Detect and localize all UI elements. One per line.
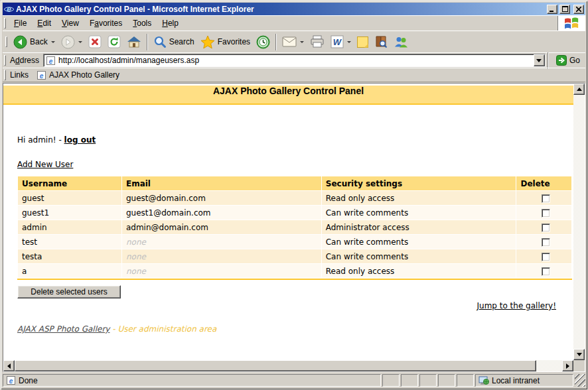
column-header-delete: Delete [516,176,571,190]
search-button[interactable]: Search [151,32,197,52]
resize-grip[interactable] [575,374,585,387]
cell-email: guest1@domain.com [122,206,321,220]
stop-icon [88,35,102,48]
menu-label-part: vorites [99,19,122,28]
search-label: Search [169,37,194,46]
linksbar-grip[interactable] [4,70,6,80]
cell-username: testa [18,249,121,263]
arrow-up-icon [577,88,582,91]
links-item-ajax-photo-gallery[interactable]: e AJAX Photo Gallery [34,70,122,80]
cell-delete [516,264,571,278]
menu-file[interactable]: File [9,17,32,30]
vertical-scroll-track[interactable] [573,95,585,349]
toolbar: Back Search Favorites [3,31,585,52]
favorites-label: Favorites [218,37,250,46]
delete-checkbox[interactable] [542,224,550,232]
title-bar: e AJAX Photo Gallery Control Panel - Mic… [3,3,585,15]
minimize-button[interactable] [547,5,557,14]
logout-link[interactable]: log out [64,135,96,145]
addressbar-grip[interactable] [4,55,6,66]
research-button[interactable] [372,32,390,52]
cell-delete [516,206,571,220]
research-icon [374,35,388,48]
arrow-right-icon [566,363,569,369]
menu-help[interactable]: Help [157,17,184,30]
menu-label-part: ile [19,19,27,28]
address-dropdown-button[interactable] [534,54,545,66]
forward-dropdown-caret[interactable] [78,41,82,43]
delete-checkbox[interactable] [542,209,550,218]
mail-button[interactable] [279,32,307,52]
edit-word-icon: W [331,35,344,48]
status-message-panel: e Done [3,374,381,387]
arrow-down-icon [577,353,582,356]
footer-gallery-link[interactable]: AJAX ASP Photo Gallery [17,324,110,334]
cell-email: none [122,264,321,278]
favorites-button[interactable]: Favorites [198,32,253,52]
horizontal-scroll-thumb[interactable] [15,360,536,371]
chevron-down-icon [536,59,542,62]
go-button[interactable]: Go [551,55,584,66]
forward-button[interactable] [58,32,85,52]
scroll-down-button[interactable] [573,349,585,360]
menu-label-part: ools [137,19,151,28]
menu-favorites[interactable]: Favorites [84,17,127,30]
svg-text:e: e [9,377,13,385]
discuss-button[interactable] [354,32,371,52]
scroll-up-button[interactable] [573,84,585,95]
close-button[interactable] [573,5,584,14]
cell-username: admin [18,220,121,234]
home-button[interactable] [124,32,144,52]
menu-label-part: elp [168,19,179,28]
users-table-head-row: UsernameEmailSecurity settingsDelete [18,176,571,190]
edit-button[interactable]: W [328,32,354,52]
print-button[interactable] [307,32,327,52]
ie-logo-icon: e [4,4,14,14]
greeting-label: Hi admin! - [17,135,62,145]
menu-label-part: dit [42,19,51,28]
address-separator [548,52,549,69]
back-button[interactable]: Back [11,32,58,52]
horizontal-scrollbar [3,360,573,371]
go-icon [556,55,567,66]
status-panel [419,374,437,387]
table-row: anoneRead only access [18,264,571,278]
browser-window: e AJAX Photo Gallery Control Panel - Mic… [0,0,588,390]
history-icon [256,35,270,49]
delete-checkbox[interactable] [542,194,550,203]
cell-email: none [122,235,321,249]
messenger-button[interactable] [391,32,411,52]
cell-email: guest@domain.com [122,191,321,205]
menu-edit[interactable]: Edit [32,17,56,30]
cell-username: guest1 [18,206,121,220]
discuss-note-icon [357,36,368,48]
security-zone-label: Local intranet [492,376,540,385]
delete-selected-users-button[interactable]: Delete selected users [17,285,121,298]
svg-text:e: e [49,57,53,64]
jump-to-gallery-link[interactable]: Jump to the gallery! [477,301,556,310]
history-button[interactable] [254,32,273,52]
delete-checkbox[interactable] [542,267,550,276]
refresh-button[interactable] [105,32,123,52]
toolbar-grip[interactable] [5,36,7,47]
edit-dropdown-caret[interactable] [347,41,351,43]
page-icon: e [46,56,56,66]
cell-security: Can write comments [322,249,516,263]
delete-checkbox[interactable] [542,238,550,247]
delete-checkbox[interactable] [542,253,550,261]
menu-tools[interactable]: Tools [127,17,157,30]
address-label-part: d [15,56,20,65]
back-dropdown-caret[interactable] [51,41,55,43]
menubar-grip[interactable] [4,18,6,29]
scroll-left-button[interactable] [3,360,15,371]
stop-button[interactable] [86,32,104,52]
footer-separator: - [112,324,115,334]
horizontal-scroll-track[interactable] [536,360,562,371]
address-input[interactable] [58,55,531,66]
maximize-button[interactable] [559,5,570,14]
scroll-right-button[interactable] [562,360,573,371]
add-new-user-link[interactable]: Add New User [17,160,73,169]
menu-view[interactable]: View [56,17,84,30]
status-panel [457,374,474,387]
mail-dropdown-caret[interactable] [300,41,304,43]
